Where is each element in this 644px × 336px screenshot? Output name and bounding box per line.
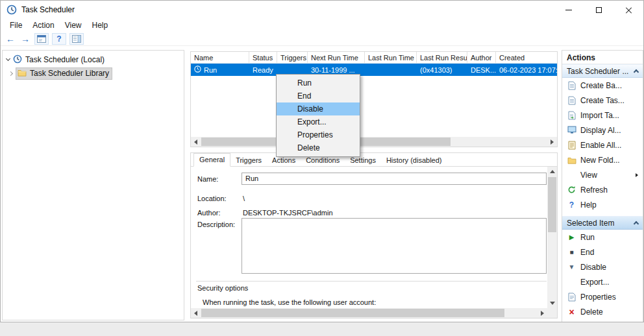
tree-item-task-scheduler-library[interactable]: Task Scheduler Library — [3, 67, 184, 80]
column-header-next-run-time[interactable]: Next Run Time — [308, 52, 365, 63]
action-help-selected[interactable]: ? Help — [562, 319, 643, 322]
expanded-arrow-icon[interactable] — [6, 56, 10, 61]
cell-status: Ready — [249, 66, 277, 74]
action-label: Delete — [580, 307, 603, 317]
group-header-task-scheduler[interactable]: Task Scheduler ... — [562, 64, 643, 78]
action-disable[interactable]: ▼ Disable — [562, 259, 643, 274]
action-import-task[interactable]: Import Ta... — [562, 108, 643, 123]
import-document-icon — [567, 110, 576, 120]
submenu-arrow-icon — [636, 173, 638, 177]
action-end[interactable]: ■ End — [562, 245, 643, 259]
name-field[interactable]: Run — [242, 173, 547, 185]
scrollbar-thumb[interactable] — [201, 309, 504, 317]
column-header-status[interactable]: Status — [249, 52, 277, 63]
security-options-title: Security options — [197, 284, 248, 292]
tab-triggers[interactable]: Triggers — [230, 154, 267, 167]
scrollbar-track[interactable] — [547, 176, 557, 298]
close-button[interactable] — [613, 1, 643, 19]
cell-created: 06-02-2023 17:07:4 — [496, 66, 557, 74]
document-icon — [567, 80, 576, 90]
details-horizontal-scrollbar[interactable] — [191, 308, 547, 318]
menu-item-properties[interactable]: Properties — [277, 128, 360, 141]
help-icon: ? — [567, 200, 576, 210]
console-tree-panel: Task Scheduler (Local) Task Scheduler Li… — [2, 50, 184, 320]
back-icon[interactable]: ← — [5, 34, 16, 44]
forward-icon[interactable]: → — [19, 34, 31, 44]
action-new-folder[interactable]: New Fold... — [562, 152, 643, 167]
scroll-right-icon — [541, 311, 544, 316]
scroll-left-button[interactable] — [191, 137, 201, 147]
scrollbar-track[interactable] — [201, 137, 547, 147]
task-scheduler-window: Task Scheduler File Action View Help ← →… — [0, 0, 644, 322]
tab-history[interactable]: History (disabled) — [381, 154, 447, 167]
scrollbar-thumb[interactable] — [548, 177, 556, 232]
toolbar: ← → ? — [1, 32, 643, 46]
collapse-chevron-icon[interactable] — [634, 69, 639, 75]
task-details-pane: General Triggers Actions Conditions Sett… — [190, 152, 558, 318]
description-label: Description: — [197, 221, 235, 228]
collapse-chevron-icon[interactable] — [634, 221, 639, 226]
menu-item-run[interactable]: Run — [277, 77, 360, 90]
action-display-all-running-tasks[interactable]: Display Al... — [562, 123, 643, 138]
task-list-horizontal-scrollbar[interactable] — [191, 137, 557, 147]
tab-general[interactable]: General — [193, 153, 230, 167]
scroll-up-button[interactable] — [547, 167, 557, 176]
column-header-triggers[interactable]: Triggers — [277, 52, 308, 63]
action-label: Import Ta... — [580, 111, 619, 120]
scroll-left-button[interactable] — [191, 308, 201, 318]
menu-item-export[interactable]: Export... — [277, 115, 360, 128]
action-label: Properties — [580, 293, 616, 302]
description-field[interactable] — [242, 218, 547, 274]
tree-selection: Task Scheduler Library — [16, 67, 112, 80]
menu-help[interactable]: Help — [87, 19, 114, 31]
scrollbar-track[interactable] — [201, 308, 538, 318]
maximize-button[interactable] — [584, 1, 613, 19]
menu-file[interactable]: File — [5, 19, 27, 31]
minimize-button[interactable] — [554, 1, 584, 19]
details-tabbar: General Triggers Actions Conditions Sett… — [191, 153, 557, 167]
details-vertical-scrollbar[interactable] — [547, 167, 557, 308]
action-create-basic-task[interactable]: Create Ba... — [562, 78, 643, 93]
action-label: Run — [580, 233, 595, 242]
action-create-task[interactable]: Create Tas... — [562, 93, 643, 108]
help-button[interactable]: ? — [52, 33, 66, 45]
scroll-left-icon — [194, 139, 197, 145]
console-window-icon — [37, 35, 46, 43]
action-properties[interactable]: Properties — [562, 289, 643, 304]
properties-icon — [567, 292, 576, 302]
console-window-button[interactable] — [34, 33, 49, 45]
action-refresh[interactable]: Refresh — [562, 182, 643, 197]
action-help[interactable]: ? Help — [562, 197, 643, 212]
menu-item-disable[interactable]: Disable — [277, 102, 360, 115]
titlebar: Task Scheduler — [1, 1, 643, 19]
column-header-name[interactable]: Name — [191, 52, 249, 63]
table-row[interactable]: Run Ready 30-11-1999 ... (0x41303) DESK.… — [191, 64, 557, 76]
action-export[interactable]: Export... — [562, 274, 643, 289]
show-hide-action-pane-button[interactable] — [69, 33, 84, 45]
scroll-down-button[interactable] — [547, 298, 557, 308]
column-header-last-run-result[interactable]: Last Run Result — [417, 52, 467, 63]
column-header-last-run-time[interactable]: Last Run Time — [365, 52, 417, 63]
disable-icon: ▼ — [567, 262, 576, 272]
menu-item-end[interactable]: End — [277, 90, 360, 102]
action-view[interactable]: View — [562, 167, 643, 182]
action-delete[interactable]: × Delete — [562, 304, 643, 319]
scroll-right-button[interactable] — [547, 137, 557, 147]
menu-action[interactable]: Action — [27, 19, 59, 31]
column-header-created[interactable]: Created — [496, 52, 557, 63]
cell-author: DESK... — [467, 66, 496, 74]
tree-item-task-scheduler-local[interactable]: Task Scheduler (Local) — [3, 53, 184, 66]
action-label: Refresh — [580, 186, 608, 195]
location-value: \ — [243, 195, 245, 202]
column-header-author[interactable]: Author — [467, 52, 496, 63]
action-enable-all-tasks-history[interactable]: Enable All... — [562, 138, 643, 152]
action-run[interactable]: ▶ Run — [562, 230, 643, 245]
menu-view[interactable]: View — [60, 19, 87, 31]
collapsed-arrow-icon[interactable] — [8, 71, 13, 75]
name-label: Name: — [197, 175, 218, 183]
menubar: File Action View Help — [1, 19, 643, 32]
group-header-selected-item[interactable]: Selected Item — [562, 216, 643, 230]
scroll-right-button[interactable] — [538, 308, 547, 318]
cell-name-text: Run — [204, 66, 217, 74]
menu-item-delete[interactable]: Delete — [277, 141, 360, 154]
